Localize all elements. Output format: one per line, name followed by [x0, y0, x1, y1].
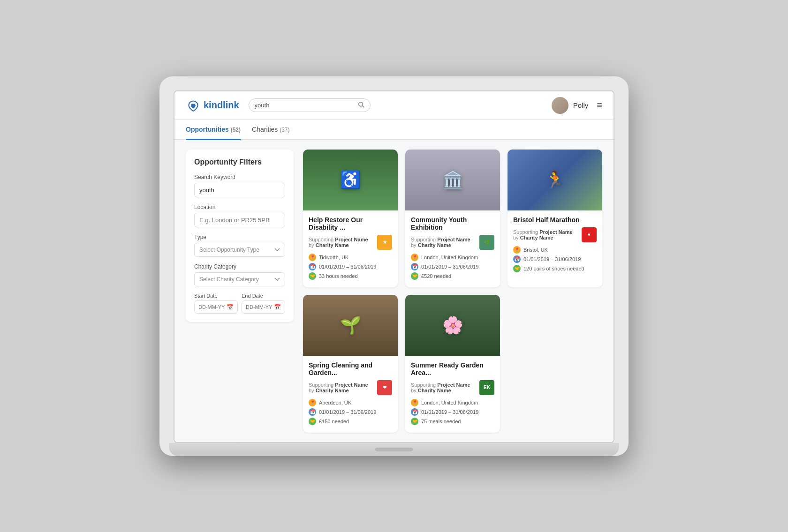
charity-category-label: Charity Category [194, 263, 285, 270]
card-body: Summer Ready Garden Area... Supporting P… [405, 356, 500, 433]
need-icon: 🤝 [411, 272, 418, 280]
search-bar [249, 98, 371, 112]
username: Polly [573, 101, 589, 109]
card-need: 🤝 33 hours needed [309, 272, 392, 280]
card-card2[interactable]: 🏛️ Community Youth Exhibition Supporting… [405, 150, 500, 287]
end-date-input-wrap: 📅 [242, 300, 285, 314]
nav-tabs: Opportunities (52) Charities (37) [174, 120, 614, 140]
card-card3[interactable]: 🏃 Bristol Half Marathon Supporting Proje… [508, 150, 602, 287]
charity-logo: 🌿 [479, 235, 494, 250]
card-title: Summer Ready Garden Area... [411, 361, 494, 376]
need-icon: 🤝 [513, 265, 521, 272]
card-location: 📍 Aberdeen, UK [309, 399, 392, 406]
card-title: Help Restore Our Disability ... [309, 216, 392, 231]
card-charity-row: Supporting Project Nameby Charity Name 🌿 [411, 235, 494, 250]
card-location: 📍 Tidworth, UK [309, 254, 392, 261]
svg-line-1 [362, 106, 364, 108]
tab-opportunities[interactable]: Opportunities (52) [186, 120, 241, 140]
card-charity-row: Supporting Project Nameby Charity Name ♥ [513, 227, 597, 242]
end-date-input[interactable] [246, 304, 274, 310]
tab-charities[interactable]: Charities (37) [252, 120, 290, 140]
card-card4[interactable]: 🌱 Spring Cleaning and Garden... Supporti… [303, 295, 398, 433]
charity-logo: ♥ [582, 227, 597, 242]
hamburger-menu[interactable]: ≡ [597, 100, 602, 111]
type-select[interactable]: Select Opportunity Type [194, 243, 285, 257]
card-dates: 📅 01/01/2019 – 31/06/2019 [411, 408, 494, 416]
charity-logo: ★ [377, 235, 392, 250]
card-need: 🤝 120 pairs of shoes needed [513, 265, 597, 272]
card-title: Community Youth Exhibition [411, 216, 494, 231]
card-title: Bristol Half Marathon [513, 216, 597, 224]
card-location: 📍 Bristol, UK [513, 246, 597, 254]
card-charity-text: Supporting Project Nameby Charity Name [411, 382, 470, 393]
end-date-calendar-icon[interactable]: 📅 [274, 304, 281, 310]
avatar [552, 97, 568, 114]
user-area: Polly ≡ [552, 97, 602, 114]
date-icon: 📅 [513, 255, 521, 263]
end-date-label: End Date [242, 293, 285, 299]
card-title: Spring Cleaning and Garden... [309, 361, 392, 376]
start-date-calendar-icon[interactable]: 📅 [227, 304, 234, 310]
location-icon: 📍 [309, 254, 316, 261]
card-charity-row: Supporting Project Nameby Charity Name ❤ [309, 380, 392, 395]
svg-point-0 [358, 102, 363, 106]
start-date-field: Start Date 📅 [194, 293, 238, 314]
card-charity-text: Supporting Project Nameby Charity Name [309, 382, 368, 393]
card-body: Community Youth Exhibition Supporting Pr… [405, 210, 500, 287]
card-charity-row: Supporting Project Nameby Charity Name E… [411, 380, 494, 395]
logo-text: kindlink [204, 100, 239, 111]
cards-grid: ♿ Help Restore Our Disability ... Suppor… [303, 150, 602, 433]
filters-panel: Opportunity Filters Search Keyword Locat… [186, 150, 294, 322]
card-dates: 📅 01/01/2019 – 31/06/2019 [411, 263, 494, 270]
header: kindlink Polly ≡ [174, 91, 614, 120]
location-icon: 📍 [309, 399, 316, 406]
card-body: Bristol Half Marathon Supporting Project… [508, 210, 602, 280]
search-button[interactable] [358, 101, 364, 109]
charity-logo: EK [479, 380, 494, 395]
date-row: Start Date 📅 End Date 📅 [194, 293, 285, 314]
card-need: 🤝 75 meals needed [411, 418, 494, 425]
card-card5[interactable]: 🌸 Summer Ready Garden Area... Supporting… [405, 295, 500, 433]
card-charity-text: Supporting Project Nameby Charity Name [411, 237, 470, 248]
location-icon: 📍 [411, 254, 418, 261]
card-image: 🏃 [508, 150, 602, 210]
card-dates: 📅 01/01/2019 – 31/06/2019 [309, 263, 392, 270]
card-charity-row: Supporting Project Nameby Charity Name ★ [309, 235, 392, 250]
search-input[interactable] [255, 102, 358, 109]
card-need: 🤝 £520 needed [411, 272, 494, 280]
card-image: 🏛️ [405, 150, 500, 210]
card-card1[interactable]: ♿ Help Restore Our Disability ... Suppor… [303, 150, 398, 287]
main-content: Opportunity Filters Search Keyword Locat… [174, 140, 614, 442]
location-icon: 📍 [411, 399, 418, 406]
location-input[interactable] [194, 213, 285, 227]
charity-logo: ❤ [377, 380, 392, 395]
date-icon: 📅 [309, 408, 316, 416]
date-icon: 📅 [309, 263, 316, 270]
card-body: Spring Cleaning and Garden... Supporting… [303, 356, 398, 433]
logo: kindlink [186, 98, 239, 113]
charity-category-select[interactable]: Select Charity Category [194, 272, 285, 286]
card-body: Help Restore Our Disability ... Supporti… [303, 210, 398, 287]
filters-title: Opportunity Filters [194, 158, 285, 166]
card-charity-text: Supporting Project Nameby Charity Name [309, 237, 368, 248]
location-label: Location [194, 204, 285, 210]
need-icon: 🤝 [309, 272, 316, 280]
location-icon: 📍 [513, 246, 521, 254]
keyword-input[interactable] [194, 183, 285, 197]
type-label: Type [194, 234, 285, 240]
card-image: 🌸 [405, 295, 500, 356]
card-dates: 📅 01/01/2019 – 31/06/2019 [309, 408, 392, 416]
keyword-label: Search Keyword [194, 174, 285, 180]
start-date-label: Start Date [194, 293, 238, 299]
card-location: 📍 London, United Kingdom [411, 399, 494, 406]
card-image: ♿ [303, 150, 398, 210]
end-date-field: End Date 📅 [242, 293, 285, 314]
date-icon: 📅 [411, 263, 418, 270]
need-icon: 🤝 [309, 418, 316, 425]
card-charity-text: Supporting Project Nameby Charity Name [513, 229, 573, 240]
start-date-input[interactable] [198, 304, 227, 310]
date-icon: 📅 [411, 408, 418, 416]
card-image: 🌱 [303, 295, 398, 356]
start-date-input-wrap: 📅 [194, 300, 238, 314]
card-location: 📍 London, United Kingdom [411, 254, 494, 261]
